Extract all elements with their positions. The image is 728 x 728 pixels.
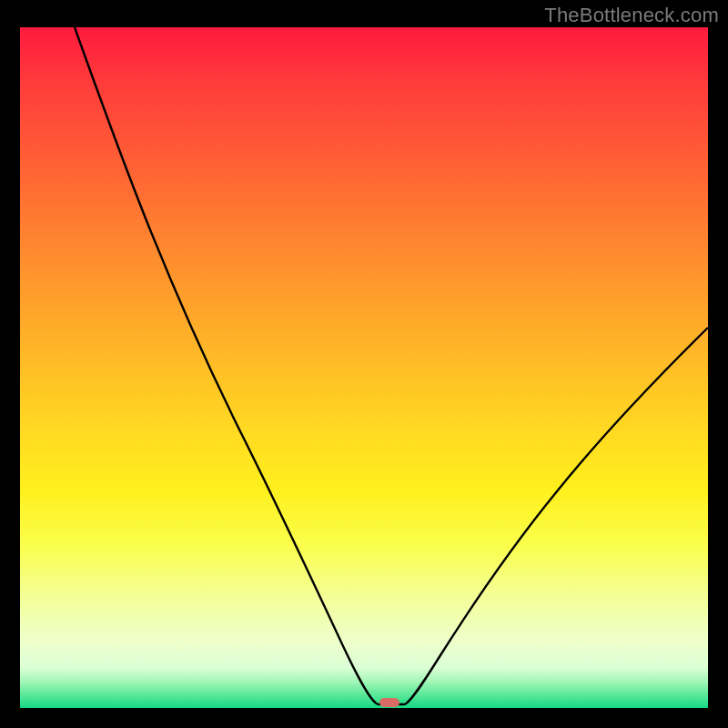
optimal-marker bbox=[379, 698, 399, 707]
bottleneck-curve bbox=[20, 27, 708, 708]
chart-frame: TheBottleneck.com bbox=[0, 0, 728, 728]
plot-area bbox=[20, 27, 708, 708]
watermark-text: TheBottleneck.com bbox=[544, 4, 719, 27]
curve-left-branch bbox=[75, 27, 378, 704]
curve-right-branch bbox=[405, 328, 708, 704]
